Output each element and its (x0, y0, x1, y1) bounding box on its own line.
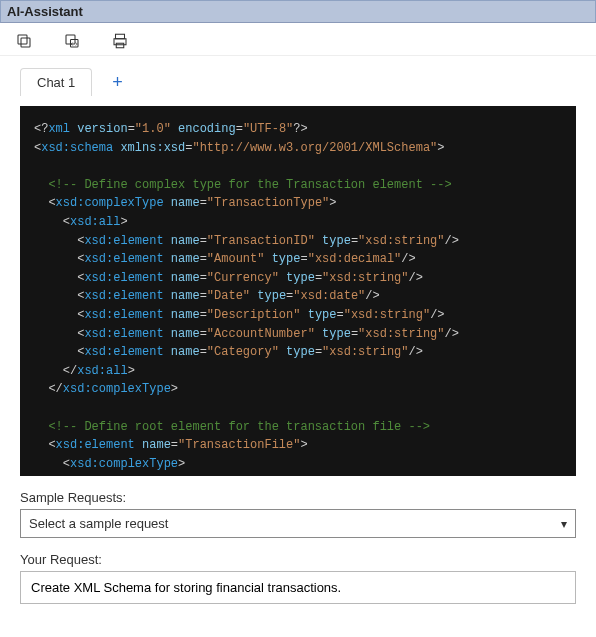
tab-bar: Chat 1 + (20, 68, 576, 96)
code-line: <xsd:schema xmlns:xsd="http://www.w3.org… (34, 139, 562, 158)
sample-requests-dropdown[interactable]: Select a sample request ▾ (20, 509, 576, 538)
code-line: <xsd:complexType> (34, 455, 562, 474)
print-icon[interactable] (110, 31, 130, 51)
window-titlebar: AI-Assistant (0, 0, 596, 23)
code-line: <xsd:element name="Description" type="xs… (34, 306, 562, 325)
copy-icon[interactable] (14, 31, 34, 51)
svg-rect-0 (21, 38, 30, 47)
code-line: <xsd:element name="TransactionFile"> (34, 436, 562, 455)
code-line: <xsd:complexType name="TransactionType"> (34, 194, 562, 213)
plus-icon: + (112, 72, 123, 92)
paste-code-icon[interactable] (62, 31, 82, 51)
sample-requests-label: Sample Requests: (20, 490, 576, 505)
code-line (34, 399, 562, 418)
code-line: <?xml version="1.0" encoding="UTF-8"?> (34, 120, 562, 139)
code-line: <!-- Define complex type for the Transac… (34, 176, 562, 195)
toolbar (0, 23, 596, 56)
code-line: <xsd:sequence> (34, 473, 562, 476)
code-line: <!-- Define root element for the transac… (34, 418, 562, 437)
code-line: <xsd:element name="Date" type="xsd:date"… (34, 287, 562, 306)
code-line (34, 157, 562, 176)
your-request-label: Your Request: (20, 552, 576, 567)
code-line: <xsd:element name="TransactionID" type="… (34, 232, 562, 251)
code-line: <xsd:element name="Category" type="xsd:s… (34, 343, 562, 362)
code-line: <xsd:element name="Amount" type="xsd:dec… (34, 250, 562, 269)
code-line: <xsd:element name="AccountNumber" type="… (34, 325, 562, 344)
new-tab-button[interactable]: + (98, 69, 137, 95)
code-line: </xsd:all> (34, 362, 562, 381)
chevron-down-icon: ▾ (561, 517, 567, 531)
code-output: <?xml version="1.0" encoding="UTF-8"?><x… (20, 106, 576, 476)
code-line: <xsd:element name="Currency" type="xsd:s… (34, 269, 562, 288)
code-line: </xsd:complexType> (34, 380, 562, 399)
tab-chat-1[interactable]: Chat 1 (20, 68, 92, 96)
your-request-input[interactable] (20, 571, 576, 604)
tab-label: Chat 1 (37, 75, 75, 90)
code-line: <xsd:all> (34, 213, 562, 232)
svg-rect-1 (18, 35, 27, 44)
window-title: AI-Assistant (7, 4, 83, 19)
svg-rect-4 (116, 34, 125, 39)
dropdown-value: Select a sample request (29, 516, 168, 531)
svg-rect-6 (116, 43, 124, 48)
